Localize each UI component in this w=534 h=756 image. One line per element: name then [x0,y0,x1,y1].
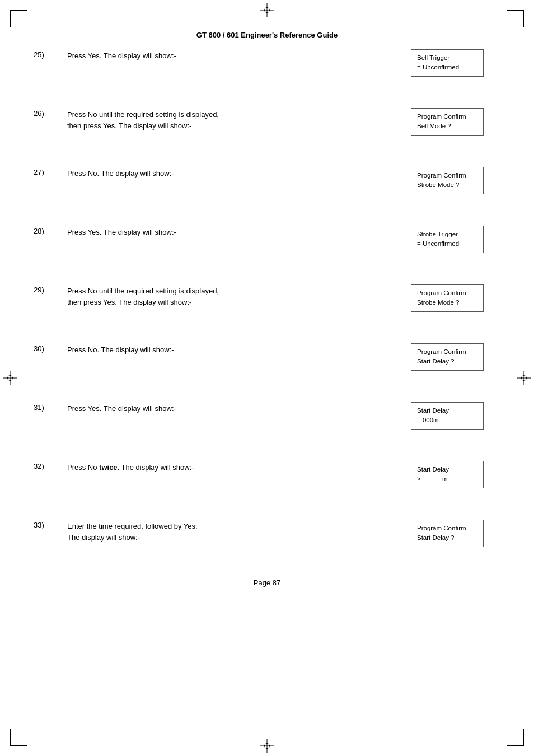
step-number-27: 27) [34,167,67,176]
crosshair-top [260,3,274,17]
step-number-26: 26) [34,108,67,118]
step-display-29: Program ConfirmStrobe Mode ? [411,284,500,312]
step-display-27: Program ConfirmStrobe Mode ? [411,167,500,194]
crosshair-bottom [260,739,274,753]
step-row-31: 31) Press Yes. The display will show:- S… [34,402,500,444]
step-text-33: Enter the time required, followed by Yes… [67,520,394,543]
step-number-31: 31) [34,402,67,412]
step-number-33: 33) [34,520,67,529]
step-display-25: Bell Trigger= Unconfirmed [411,49,500,77]
page-footer: Page 87 [0,578,534,592]
step-display-26: Program ConfirmBell Mode ? [411,108,500,136]
step-text-28: Press Yes. The display will show:- [67,226,394,238]
step-row-26: 26) Press No until the required setting … [34,108,500,150]
step-display-33: Program ConfirmStart Delay ? [411,520,500,547]
crosshair-left [3,371,17,385]
step-display-28: Strobe Trigger= Unconfirmed [411,226,500,253]
lcd-box-27: Program ConfirmStrobe Mode ? [411,167,484,194]
corner-mark-bottom-right [507,729,524,746]
step-number-30: 30) [34,343,67,353]
corner-mark-bottom-left [10,729,27,746]
lcd-box-26: Program ConfirmBell Mode ? [411,108,484,136]
step-text-31: Press Yes. The display will show:- [67,402,394,414]
step-number-28: 28) [34,226,67,235]
step-row-27: 27) Press No. The display will show:- Pr… [34,167,500,209]
lcd-box-32: Start Delay> _ _ _ _m [411,461,484,488]
step-text-25: Press Yes. The display will show:- [67,49,394,62]
lcd-box-25: Bell Trigger= Unconfirmed [411,49,484,77]
lcd-box-30: Program ConfirmStart Delay ? [411,343,484,371]
corner-mark-top-left [10,10,27,27]
page-number: Page 87 [254,578,280,587]
step-number-25: 25) [34,49,67,59]
lcd-box-28: Strobe Trigger= Unconfirmed [411,226,484,253]
step-display-31: Start Delay= 000m [411,402,500,430]
step-text-32: Press No twice. The display will show:- [67,461,394,473]
page-container: GT 600 / 601 Engineer's Reference Guide … [0,0,534,756]
content-area: 25) Press Yes. The display will show:- B… [0,49,534,562]
page-title: GT 600 / 601 Engineer's Reference Guide [196,31,338,39]
step-row-25: 25) Press Yes. The display will show:- B… [34,49,500,91]
step-text-29: Press No until the required setting is d… [67,284,394,307]
corner-mark-top-right [507,10,524,27]
step-text-26: Press No until the required setting is d… [67,108,394,131]
step-text-30: Press No. The display will show:- [67,343,394,356]
step-text-27: Press No. The display will show:- [67,167,394,179]
lcd-box-31: Start Delay= 000m [411,402,484,430]
step-row-32: 32) Press No twice. The display will sho… [34,461,500,503]
step-row-33: 33) Enter the time required, followed by… [34,520,500,562]
step-row-30: 30) Press No. The display will show:- Pr… [34,343,500,385]
step-display-30: Program ConfirmStart Delay ? [411,343,500,371]
step-display-32: Start Delay> _ _ _ _m [411,461,500,488]
step-number-32: 32) [34,461,67,470]
step-row-29: 29) Press No until the required setting … [34,284,500,326]
lcd-box-33: Program ConfirmStart Delay ? [411,520,484,547]
step-number-29: 29) [34,284,67,294]
lcd-box-29: Program ConfirmStrobe Mode ? [411,284,484,312]
step-row-28: 28) Press Yes. The display will show:- S… [34,226,500,268]
crosshair-right [517,371,531,385]
